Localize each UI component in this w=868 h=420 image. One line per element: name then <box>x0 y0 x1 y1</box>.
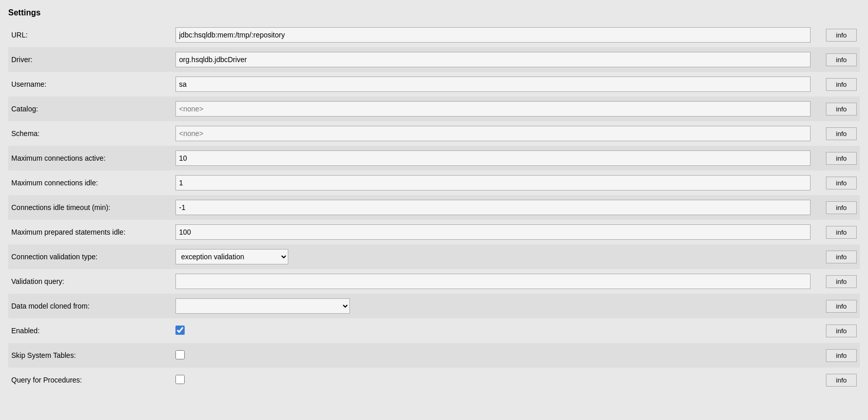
info-cell-enabled: info <box>814 318 860 343</box>
info-cell-validation-query: info <box>814 269 860 294</box>
info-button-url[interactable]: info <box>826 29 857 42</box>
info-cell-catalog: info <box>814 97 860 121</box>
input-cell-url <box>172 23 814 47</box>
settings-row-max-connections-idle: Maximum connections idle:info <box>8 170 860 195</box>
info-cell-driver: info <box>814 47 860 72</box>
info-cell-data-model-cloned-from: info <box>814 294 860 318</box>
info-button-connections-idle-timeout[interactable]: info <box>826 201 857 214</box>
input-cell-validation-query <box>172 269 814 294</box>
input-cell-query-for-procedures <box>172 368 814 392</box>
info-cell-connection-validation-type: info <box>814 244 860 269</box>
info-button-max-prepared-statements[interactable]: info <box>826 226 857 239</box>
info-cell-max-prepared-statements: info <box>814 220 860 244</box>
input-connections-idle-timeout[interactable] <box>175 200 811 215</box>
info-cell-skip-system-tables: info <box>814 343 860 368</box>
info-button-skip-system-tables[interactable]: info <box>826 349 857 362</box>
label-catalog: Catalog: <box>8 97 172 121</box>
info-button-enabled[interactable]: info <box>826 324 857 337</box>
input-driver[interactable] <box>175 52 811 67</box>
info-button-catalog[interactable]: info <box>826 103 857 116</box>
info-button-data-model-cloned-from[interactable]: info <box>826 300 857 313</box>
label-connection-validation-type: Connection validation type: <box>8 244 172 269</box>
label-validation-query: Validation query: <box>8 269 172 294</box>
settings-row-max-prepared-statements: Maximum prepared statements idle:info <box>8 220 860 244</box>
input-cell-data-model-cloned-from <box>172 294 814 318</box>
info-cell-max-connections-active: info <box>814 146 860 170</box>
label-schema: Schema: <box>8 121 172 146</box>
checkbox-enabled[interactable] <box>175 326 185 335</box>
label-max-connections-active: Maximum connections active: <box>8 146 172 170</box>
input-cell-schema <box>172 121 814 146</box>
settings-row-catalog: Catalog:info <box>8 97 860 121</box>
label-skip-system-tables: Skip System Tables: <box>8 343 172 368</box>
select-connection-validation-type[interactable]: exception validationquery validationnone <box>175 249 288 264</box>
settings-row-connection-validation-type: Connection validation type:exception val… <box>8 244 860 269</box>
checkbox-skip-system-tables[interactable] <box>175 350 185 359</box>
settings-row-validation-query: Validation query:info <box>8 269 860 294</box>
info-cell-connections-idle-timeout: info <box>814 195 860 220</box>
label-connections-idle-timeout: Connections idle timeout (min): <box>8 195 172 220</box>
label-max-connections-idle: Maximum connections idle: <box>8 170 172 195</box>
label-username: Username: <box>8 72 172 97</box>
page-title: Settings <box>8 8 860 17</box>
info-button-connection-validation-type[interactable]: info <box>826 251 857 263</box>
input-validation-query[interactable] <box>175 274 811 289</box>
info-button-max-connections-idle[interactable]: info <box>826 177 857 189</box>
settings-row-enabled: Enabled:info <box>8 318 860 343</box>
label-data-model-cloned-from: Data model cloned from: <box>8 294 172 318</box>
input-max-prepared-statements[interactable] <box>175 224 811 240</box>
settings-table: URL:infoDriver:infoUsername:infoCatalog:… <box>8 23 860 392</box>
info-cell-query-for-procedures: info <box>814 368 860 392</box>
input-schema[interactable] <box>175 126 811 141</box>
input-cell-max-connections-idle <box>172 170 814 195</box>
settings-row-username: Username:info <box>8 72 860 97</box>
checkbox-query-for-procedures[interactable] <box>175 375 185 384</box>
info-button-username[interactable]: info <box>826 78 857 91</box>
input-cell-catalog <box>172 97 814 121</box>
input-cell-connections-idle-timeout <box>172 195 814 220</box>
info-button-query-for-procedures[interactable]: info <box>826 374 857 387</box>
input-max-connections-idle[interactable] <box>175 175 811 190</box>
input-cell-max-connections-active <box>172 146 814 170</box>
info-button-validation-query[interactable]: info <box>826 275 857 288</box>
select-data-model-cloned-from[interactable] <box>175 298 350 314</box>
info-button-max-connections-active[interactable]: info <box>826 152 857 165</box>
settings-row-skip-system-tables: Skip System Tables:info <box>8 343 860 368</box>
input-cell-max-prepared-statements <box>172 220 814 244</box>
info-button-driver[interactable]: info <box>826 53 857 66</box>
info-cell-schema: info <box>814 121 860 146</box>
input-cell-driver <box>172 47 814 72</box>
settings-row-data-model-cloned-from: Data model cloned from:info <box>8 294 860 318</box>
input-cell-username <box>172 72 814 97</box>
label-max-prepared-statements: Maximum prepared statements idle: <box>8 220 172 244</box>
input-cell-enabled <box>172 318 814 343</box>
input-catalog[interactable] <box>175 101 811 117</box>
input-username[interactable] <box>175 77 811 92</box>
label-url: URL: <box>8 23 172 47</box>
settings-row-connections-idle-timeout: Connections idle timeout (min):info <box>8 195 860 220</box>
info-cell-max-connections-idle: info <box>814 170 860 195</box>
input-url[interactable] <box>175 27 811 43</box>
label-query-for-procedures: Query for Procedures: <box>8 368 172 392</box>
settings-row-query-for-procedures: Query for Procedures:info <box>8 368 860 392</box>
label-enabled: Enabled: <box>8 318 172 343</box>
settings-row-driver: Driver:info <box>8 47 860 72</box>
input-cell-connection-validation-type: exception validationquery validationnone <box>172 244 814 269</box>
settings-row-max-connections-active: Maximum connections active:info <box>8 146 860 170</box>
info-cell-url: info <box>814 23 860 47</box>
info-button-schema[interactable]: info <box>826 127 857 140</box>
input-cell-skip-system-tables <box>172 343 814 368</box>
settings-row-url: URL:info <box>8 23 860 47</box>
info-cell-username: info <box>814 72 860 97</box>
label-driver: Driver: <box>8 47 172 72</box>
input-max-connections-active[interactable] <box>175 150 811 166</box>
settings-row-schema: Schema:info <box>8 121 860 146</box>
